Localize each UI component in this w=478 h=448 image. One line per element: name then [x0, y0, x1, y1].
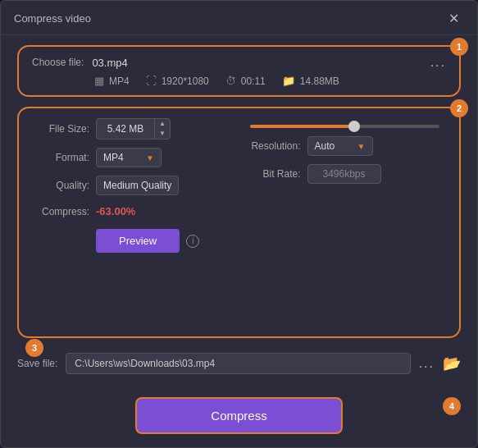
quality-slider-track[interactable] — [250, 125, 440, 128]
save-file-label: Save file: — [17, 358, 57, 369]
resolution-dropdown[interactable]: Auto ▼ — [307, 136, 373, 156]
file-info-row: ▦ MP4 ⛶ 1920*1080 ⏱ 00:11 📁 14.88MB — [32, 75, 446, 87]
preview-button[interactable]: Preview — [96, 229, 180, 253]
file-size-value: 5.42 MB — [97, 120, 154, 138]
section3-badge: 3 — [25, 339, 43, 357]
file-resolution-info: ⛶ 1920*1080 — [146, 75, 209, 87]
compress-button[interactable]: Compress — [135, 397, 342, 434]
file-resolution-value: 1920*1080 — [162, 75, 209, 87]
save-file-section: 3 Save file: C:\Users\ws\Downloads\03.mp… — [17, 348, 461, 379]
settings-section: 2 File Size: 5.42 MB ▲ ▼ — [17, 107, 461, 338]
choose-file-button[interactable]: ... — [430, 55, 446, 70]
resolution-dropdown-arrow: ▼ — [357, 142, 366, 151]
format-value: MP4 — [103, 152, 124, 163]
resolution-icon: ⛶ — [146, 75, 157, 87]
format-row: Format: MP4 ▼ — [32, 148, 235, 167]
compress-percent-value: -63.00% — [96, 205, 135, 217]
section4-badge: 4 — [443, 397, 461, 415]
spinner-down[interactable]: ▼ — [155, 129, 170, 139]
section1-badge: 1 — [450, 38, 468, 56]
file-size-info: 📁 14.88MB — [282, 75, 339, 87]
quality-slider-area — [244, 118, 447, 128]
quality-value[interactable]: Medium Quality — [96, 176, 179, 195]
dialog-content: 1 Choose file: 03.mp4 ... ▦ MP4 ⛶ 1920*1… — [1, 35, 477, 389]
bitrate-label: Bit Rate: — [244, 168, 301, 180]
settings-left: File Size: 5.42 MB ▲ ▼ Format: — [32, 118, 235, 253]
format-icon: ▦ — [94, 75, 104, 87]
bitrate-value: 3496kbps — [307, 164, 381, 184]
duration-icon: ⏱ — [225, 75, 236, 87]
file-size-original-value: 14.88MB — [300, 75, 339, 87]
format-dropdown[interactable]: MP4 ▼ — [96, 148, 162, 167]
file-size-row: File Size: 5.42 MB ▲ ▼ — [32, 118, 235, 139]
file-size-label: File Size: — [32, 123, 89, 135]
save-file-path: C:\Users\ws\Downloads\03.mp4 — [66, 353, 410, 374]
choose-file-section: 1 Choose file: 03.mp4 ... ▦ MP4 ⛶ 1920*1… — [17, 45, 461, 97]
quality-slider-thumb[interactable] — [348, 121, 360, 132]
chosen-filename: 03.mp4 — [92, 57, 421, 69]
preview-row: Preview i — [32, 229, 235, 253]
quality-row: Quality: Medium Quality — [32, 176, 235, 195]
file-format-info: ▦ MP4 — [94, 75, 130, 87]
quality-label: Quality: — [32, 180, 89, 191]
settings-right: Resolution: Auto ▼ Bit Rate: 3496kbps — [244, 118, 447, 253]
bitrate-row: Bit Rate: 3496kbps — [244, 164, 447, 184]
section2-badge: 2 — [450, 99, 468, 117]
title-bar: Compress video ✕ — [1, 1, 477, 35]
spinner-up[interactable]: ▲ — [155, 119, 170, 129]
quality-slider-fill — [250, 125, 354, 128]
save-file-ellipsis-button[interactable]: ... — [419, 356, 435, 371]
close-button[interactable]: ✕ — [444, 9, 464, 28]
format-label: Format: — [32, 152, 89, 163]
compress-percent-row: Compress: -63.00% — [32, 205, 235, 217]
info-icon-button[interactable]: i — [186, 235, 199, 248]
settings-grid: File Size: 5.42 MB ▲ ▼ Format: — [32, 118, 446, 253]
resolution-value: Auto — [315, 140, 335, 152]
resolution-row: Resolution: Auto ▼ — [244, 136, 447, 156]
file-duration-info: ⏱ 00:11 — [225, 75, 266, 87]
file-duration-value: 00:11 — [241, 75, 266, 87]
dialog-title: Compress video — [14, 12, 91, 25]
spinner-arrows: ▲ ▼ — [154, 119, 170, 139]
bottom-section: Compress 4 — [1, 389, 477, 447]
resolution-label: Resolution: — [244, 140, 301, 152]
choose-file-row: Choose file: 03.mp4 ... — [32, 55, 446, 70]
choose-file-label: Choose file: — [32, 57, 84, 68]
file-format-value: MP4 — [109, 75, 130, 87]
format-dropdown-arrow: ▼ — [146, 153, 154, 162]
file-size-spinner[interactable]: 5.42 MB ▲ ▼ — [96, 118, 171, 139]
open-folder-icon[interactable]: 📂 — [443, 354, 461, 373]
compress-dialog: Compress video ✕ 1 Choose file: 03.mp4 .… — [0, 0, 478, 448]
compress-label: Compress: — [32, 206, 89, 217]
folder-icon-info: 📁 — [282, 75, 295, 87]
